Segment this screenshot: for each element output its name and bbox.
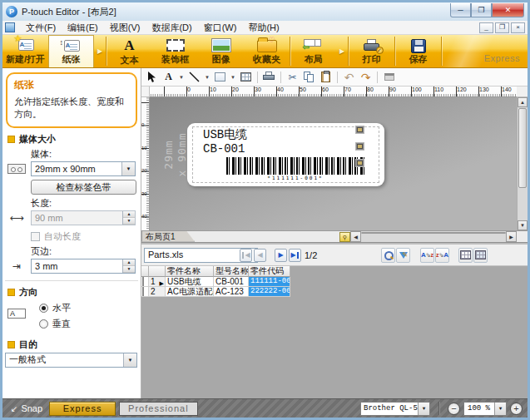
scrollbar-thumb[interactable] bbox=[361, 232, 506, 234]
undo-icon[interactable]: ↶ bbox=[342, 70, 356, 84]
menu-edit[interactable]: 编辑(E) bbox=[62, 21, 104, 35]
menu-file[interactable]: 文件(F) bbox=[20, 21, 62, 35]
auto-length-checkbox[interactable] bbox=[31, 232, 40, 241]
shape-tool-icon[interactable] bbox=[213, 70, 227, 84]
zoom-in-button[interactable]: + bbox=[510, 403, 523, 415]
previous-record-button[interactable]: ◀ bbox=[254, 249, 266, 262]
save-button[interactable]: 保存 bbox=[395, 35, 441, 67]
filter-button[interactable] bbox=[396, 248, 410, 263]
checkbox-icon[interactable] bbox=[142, 277, 144, 287]
menu-window[interactable]: 窗口(W) bbox=[198, 21, 243, 35]
image-button[interactable]: 图像 bbox=[198, 35, 244, 67]
table-tool-icon[interactable] bbox=[239, 70, 253, 84]
printer-combobox[interactable]: Brother QL-550 ▼ bbox=[360, 402, 430, 416]
next-record-button[interactable]: ▶ bbox=[275, 249, 287, 262]
scroll-right-icon[interactable]: ▶ bbox=[506, 231, 517, 242]
redo-icon[interactable]: ↷ bbox=[359, 70, 373, 84]
spinner-arrows-icon[interactable]: ▲▼ bbox=[122, 211, 135, 225]
document-icon[interactable] bbox=[5, 22, 15, 32]
table-cell-name[interactable]: AC电源适配器 bbox=[166, 287, 214, 297]
scroll-left-icon[interactable]: ◀ bbox=[350, 231, 361, 242]
properties-icon[interactable] bbox=[382, 70, 396, 84]
pin-icon[interactable]: ⚲ bbox=[339, 232, 350, 242]
media-size-combobox[interactable]: 29mm x 90mm ▼ bbox=[31, 161, 136, 176]
table-cell-code[interactable]: 222222-001 bbox=[249, 287, 290, 297]
label-object[interactable]: USB电缆 CB-001 *111111-001* bbox=[187, 123, 384, 186]
paper-button[interactable]: A↕ 纸张 bbox=[48, 35, 94, 67]
sheet-tab[interactable]: 布局页1 bbox=[141, 231, 195, 242]
orientation-horizontal-option[interactable]: 水平 bbox=[39, 302, 141, 314]
maximize-button[interactable]: ❐ bbox=[471, 3, 492, 17]
column-header-name[interactable]: 零件名称 bbox=[166, 266, 214, 277]
scrollbar-thumb[interactable] bbox=[518, 108, 527, 188]
express-mode-button[interactable]: Express bbox=[49, 402, 116, 416]
vertical-scrollbar[interactable]: ▲ ▼ bbox=[517, 97, 528, 230]
table-cell-code[interactable]: 111111-001 bbox=[249, 277, 290, 287]
line-tool-icon[interactable] bbox=[187, 70, 201, 84]
checkbox-icon[interactable] bbox=[142, 287, 144, 297]
chevron-down-icon[interactable]: ▼ bbox=[230, 75, 236, 80]
label-text-field-2[interactable]: CB-001 bbox=[203, 142, 245, 156]
chevron-down-icon[interactable]: ▼ bbox=[494, 403, 506, 415]
horizontal-scrollbar[interactable] bbox=[361, 231, 506, 242]
radio-selected-icon[interactable] bbox=[39, 304, 48, 313]
chevron-down-icon[interactable]: ▼ bbox=[121, 162, 135, 175]
row-number-cell[interactable]: 1▶ bbox=[149, 277, 166, 287]
text-button[interactable]: A 文本 bbox=[106, 35, 152, 67]
minimize-button[interactable]: ─ bbox=[450, 3, 471, 17]
select-tool-icon[interactable] bbox=[145, 70, 159, 84]
copy-icon[interactable] bbox=[302, 70, 316, 84]
new-open-button[interactable]: A★ 新建/打开 bbox=[2, 35, 48, 67]
radio-icon[interactable] bbox=[39, 319, 48, 329]
paste-icon[interactable] bbox=[319, 70, 333, 84]
toolbar-overflow-arrow[interactable]: ▶ bbox=[336, 35, 348, 67]
database-field-icon[interactable] bbox=[355, 159, 364, 167]
purpose-combobox[interactable]: 一般格式 ▼ bbox=[5, 353, 137, 368]
title-bar[interactable]: P P-touch Editor - [布局2] ─ ❐ ✕ bbox=[2, 2, 528, 21]
menu-view[interactable]: 视图(V) bbox=[104, 21, 146, 35]
search-button[interactable] bbox=[381, 248, 395, 263]
label-text-field-1[interactable]: USB电缆 bbox=[203, 127, 247, 142]
sort-ascending-button[interactable]: A⇘z bbox=[420, 248, 434, 263]
frame-button[interactable]: 装饰框 bbox=[152, 35, 198, 67]
table-cell-model[interactable]: AC-123 bbox=[214, 287, 249, 297]
mdi-close-button[interactable]: × bbox=[511, 22, 525, 33]
scroll-down-icon[interactable]: ▼ bbox=[518, 220, 528, 230]
last-record-button[interactable]: ▶ bbox=[289, 249, 301, 262]
scroll-up-icon[interactable]: ▲ bbox=[518, 97, 528, 107]
row-select-checkbox[interactable] bbox=[141, 287, 149, 297]
zoom-level-combobox[interactable]: 100 % ▼ bbox=[463, 402, 507, 416]
database-field-icon[interactable] bbox=[355, 126, 364, 134]
row-select-checkbox[interactable] bbox=[141, 277, 149, 287]
row-number-cell[interactable]: 2 bbox=[149, 287, 166, 297]
mdi-restore-button[interactable]: ❐ bbox=[495, 22, 509, 33]
spinner-arrows-icon[interactable]: ▲▼ bbox=[122, 259, 135, 273]
check-tape-button[interactable]: 检查标签色带 bbox=[31, 180, 136, 195]
chevron-down-icon[interactable]: ▼ bbox=[418, 403, 429, 415]
toolbar-overflow-arrow[interactable]: ▶ bbox=[94, 35, 106, 67]
record-view-button[interactable] bbox=[458, 248, 473, 263]
chevron-down-icon[interactable]: ▼ bbox=[178, 75, 185, 80]
favorites-button[interactable]: 收藏夹 bbox=[244, 35, 290, 67]
form-view-button[interactable] bbox=[473, 248, 488, 263]
orientation-vertical-option[interactable]: 垂直 bbox=[39, 318, 141, 330]
layout-button[interactable]: ⇦ 布局 bbox=[290, 35, 336, 67]
cut-icon[interactable]: ✂ bbox=[285, 70, 300, 84]
close-button[interactable]: ✕ bbox=[492, 3, 524, 17]
menu-help[interactable]: 帮助(H) bbox=[242, 21, 285, 35]
layout-canvas[interactable]: 29mm x 90mm USB电缆 CB-001 *111111-001* bbox=[150, 97, 517, 230]
text-tool-icon[interactable]: A bbox=[161, 70, 176, 84]
print-preview-icon[interactable] bbox=[262, 70, 276, 84]
table-cell-model[interactable]: CB-001 bbox=[214, 277, 249, 287]
zoom-out-button[interactable]: − bbox=[448, 403, 460, 415]
margin-spinner[interactable]: 3 mm ▲▼ bbox=[31, 259, 136, 274]
barcode-object[interactable] bbox=[226, 157, 364, 175]
row-number-column-header[interactable] bbox=[149, 266, 166, 277]
professional-mode-button[interactable]: Professional bbox=[119, 402, 198, 416]
chevron-down-icon[interactable]: ▼ bbox=[204, 75, 211, 80]
column-header-model[interactable]: 型号名称 bbox=[214, 266, 249, 277]
sort-descending-button[interactable]: z⇘A bbox=[435, 248, 449, 263]
table-cell-name[interactable]: USB电缆 bbox=[166, 277, 214, 287]
chevron-down-icon[interactable]: ▼ bbox=[123, 353, 136, 367]
menu-database[interactable]: 数据库(D) bbox=[146, 21, 197, 35]
